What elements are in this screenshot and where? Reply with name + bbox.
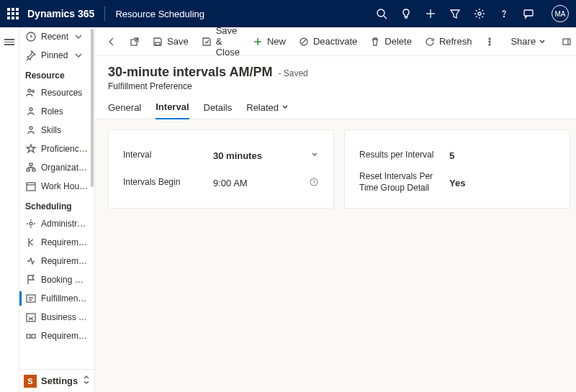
back-button[interactable]	[102, 34, 121, 50]
svg-point-12	[30, 127, 32, 129]
svg-line-28	[302, 40, 306, 44]
brand-label: Dynamics 365	[27, 8, 94, 19]
nav-item-skills[interactable]: Skills	[19, 121, 94, 140]
nav-item-req-priority[interactable]: Requirement Prior…	[19, 233, 94, 252]
svg-rect-15	[32, 169, 35, 171]
new-button[interactable]: New	[248, 33, 290, 50]
field-label: Intervals Begin	[123, 177, 213, 188]
star-icon	[25, 143, 37, 155]
chevron-down-icon	[73, 31, 84, 42]
refresh-button[interactable]: Refresh	[420, 33, 477, 50]
area-label: Settings	[41, 375, 78, 386]
nav-pinned[interactable]: Pinned	[19, 46, 94, 65]
search-icon[interactable]	[376, 8, 387, 19]
nav-item-resources[interactable]: Resources	[19, 83, 94, 102]
tab-details[interactable]: Details	[204, 101, 233, 119]
role-icon	[25, 106, 37, 117]
calendar-icon	[25, 181, 37, 192]
field-value: 30 minutes	[213, 150, 262, 161]
svg-point-31	[489, 44, 490, 45]
nav-recent-label: Recent	[41, 32, 68, 42]
group-icon	[25, 330, 37, 342]
deactivate-button[interactable]: Deactivate	[294, 33, 361, 50]
svg-point-0	[377, 9, 384, 17]
svg-rect-20	[27, 314, 35, 322]
plus-icon	[253, 37, 263, 47]
entity-name: Fulfillment Preference	[108, 81, 570, 91]
nav-item-booking-statuses[interactable]: Booking Statuses	[19, 270, 94, 289]
nav-item-business-closures[interactable]: Business Closures	[19, 308, 94, 327]
area-switcher[interactable]: S Settings	[19, 369, 94, 392]
chat-icon[interactable]	[523, 8, 534, 19]
card-left: Interval 30 minutes Intervals Begin 9:00…	[108, 129, 334, 209]
open-new-window-button[interactable]	[125, 34, 144, 50]
nav-item-req-status[interactable]: Requirement Stat…	[19, 252, 94, 270]
field-reset-intervals[interactable]: Reset Intervals Per Time Group Detail Ye…	[359, 169, 555, 196]
nav-item-fulfillment-pref[interactable]: Fulfillment Prefer…	[19, 289, 94, 308]
form-tabs: General Interval Details Related	[95, 91, 576, 119]
record-state: - Saved	[278, 68, 307, 78]
user-avatar[interactable]: MA	[552, 5, 569, 22]
delete-button[interactable]: Delete	[366, 33, 416, 50]
nav-item-administration[interactable]: Administration	[19, 214, 94, 233]
nav-item-work-hours[interactable]: Work Hours Temp…	[19, 177, 94, 196]
svg-rect-14	[27, 169, 30, 171]
chevron-down-icon	[310, 150, 319, 161]
nav-item-roles[interactable]: Roles	[19, 102, 94, 121]
add-icon[interactable]	[425, 8, 436, 19]
org-icon	[25, 162, 37, 173]
closure-icon	[25, 311, 37, 323]
deactivate-icon	[299, 37, 309, 47]
field-value: 9:00 AM	[213, 178, 248, 188]
field-intervals-begin[interactable]: Intervals Begin 9:00 AM	[123, 169, 319, 196]
share-button[interactable]: Share	[508, 36, 546, 47]
nav-item-proficiency[interactable]: Proficiency Models	[19, 140, 94, 158]
save-close-button[interactable]: Save & Close	[197, 22, 244, 60]
svg-rect-7	[524, 10, 533, 16]
svg-point-5	[478, 12, 481, 15]
people-icon	[25, 87, 37, 99]
chevron-updown-icon	[83, 375, 90, 387]
field-label: Results per Interval	[359, 150, 449, 161]
status-icon	[25, 255, 37, 267]
tab-general[interactable]: General	[108, 101, 141, 119]
field-interval[interactable]: Interval 30 minutes	[123, 142, 319, 169]
hamburger-icon[interactable]	[0, 33, 19, 51]
assistant-button[interactable]	[557, 34, 576, 50]
clock-icon	[25, 31, 37, 42]
pref-icon	[25, 293, 37, 304]
svg-point-30	[489, 41, 490, 42]
skills-icon	[25, 124, 37, 136]
svg-rect-24	[156, 42, 160, 45]
main-area: Save Save & Close New Deactivate Delete …	[95, 27, 576, 392]
tab-related[interactable]: Related	[246, 101, 289, 119]
svg-rect-19	[27, 295, 35, 302]
svg-line-1	[384, 16, 387, 19]
app-launcher-icon[interactable]	[7, 8, 19, 19]
arrow-left-icon	[107, 37, 117, 47]
record-title: 30-minute intervals AM/PM	[108, 65, 272, 80]
nav-item-req-groups[interactable]: Requirement Gro…	[19, 327, 94, 345]
save-button[interactable]: Save	[148, 33, 193, 50]
overflow-button[interactable]	[480, 34, 499, 50]
area-badge: S	[24, 375, 37, 388]
svg-point-6	[504, 17, 505, 17]
svg-rect-32	[563, 39, 570, 45]
nav-recent[interactable]: Recent	[19, 27, 94, 46]
form-content: Interval 30 minutes Intervals Begin 9:00…	[95, 119, 576, 392]
global-topbar: Dynamics 365 Resource Scheduling MA	[0, 0, 576, 27]
record-header: 30-minute intervals AM/PM - Saved Fulfil…	[95, 56, 576, 91]
divider	[104, 6, 105, 21]
svg-point-11	[30, 108, 32, 111]
lightbulb-icon[interactable]	[400, 8, 412, 19]
nav-scrollbar[interactable]	[90, 27, 94, 392]
nav-item-org-units[interactable]: Organizational Un…	[19, 158, 94, 177]
filter-icon[interactable]	[449, 8, 461, 19]
help-icon[interactable]	[498, 8, 510, 19]
tab-interval[interactable]: Interval	[156, 101, 189, 119]
refresh-icon	[425, 37, 435, 47]
svg-rect-22	[32, 334, 35, 338]
settings-icon[interactable]	[474, 8, 485, 19]
field-results-per-interval[interactable]: Results per Interval 5	[359, 142, 555, 169]
flag-icon	[25, 274, 37, 286]
